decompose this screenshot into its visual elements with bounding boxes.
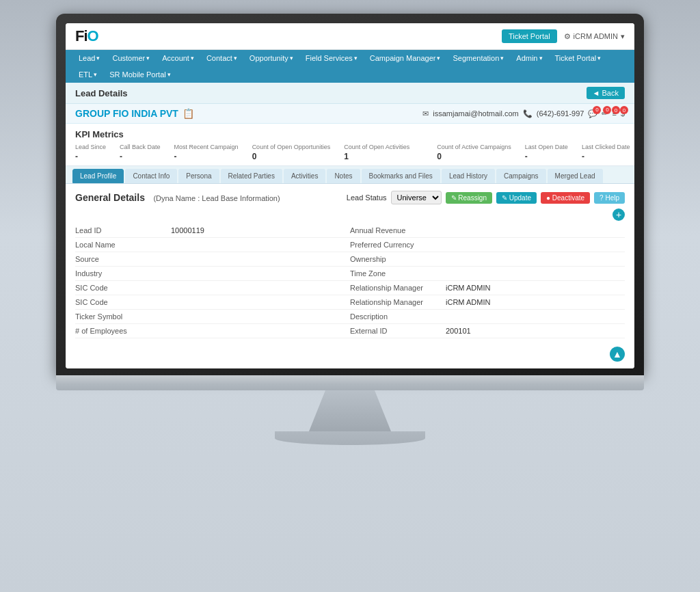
app-logo: FiO xyxy=(75,27,98,45)
nav-bar: Lead ▾ Customer ▾ Account ▾ Contact ▾ Op… xyxy=(66,50,634,83)
tab-notes[interactable]: Notes xyxy=(327,169,360,183)
field-row-preferred-currency: Preferred Currency xyxy=(350,238,625,252)
kpi-most-recent-label: Most Recent Campaign xyxy=(174,144,239,150)
nav-item-campaign-manager[interactable]: Campaign Manager ▾ xyxy=(364,50,447,66)
nav-chevron-lead: ▾ xyxy=(96,55,100,62)
kpi-last-open-date: Last Open Date - xyxy=(525,144,568,161)
nav-item-etl[interactable]: ETL ▾ xyxy=(72,66,103,83)
field-row-source: Source xyxy=(75,252,350,267)
tabs-bar: Lead Profile Contact Info Persona Relate… xyxy=(66,166,634,184)
ticket-portal-header-btn[interactable]: Ticket Portal xyxy=(502,29,557,43)
tab-lead-history[interactable]: Lead History xyxy=(442,169,495,183)
field-label-time-zone: Time Zone xyxy=(350,269,446,278)
scroll-up-button[interactable]: ▲ xyxy=(610,347,625,362)
nav-item-lead[interactable]: Lead ▾ xyxy=(72,50,106,66)
general-details-subtitle: (Dyna Name : Lead Base Information) xyxy=(153,194,280,202)
field-label-annual-revenue: Annual Revenue xyxy=(350,226,446,234)
kpi-title: KPI Metrics xyxy=(75,129,625,139)
nav-item-ticket-portal[interactable]: Ticket Portal ▾ xyxy=(549,50,608,66)
lead-status-select[interactable]: Universe Active Inactive Prospect xyxy=(391,191,442,204)
nav-item-customer[interactable]: Customer ▾ xyxy=(106,50,156,66)
nav-item-contact[interactable]: Contact ▾ xyxy=(200,50,243,66)
kpi-open-activities: Count of Open Activities 1 xyxy=(344,144,409,161)
field-row-ticker-symbol: Ticker Symbol xyxy=(75,310,350,324)
nav-chevron-customer: ▾ xyxy=(146,55,150,62)
general-details-section: General Details (Dyna Name : Lead Base I… xyxy=(66,184,634,368)
kpi-call-back-date: Call Back Date - xyxy=(120,144,161,161)
monitor-chin xyxy=(56,375,644,390)
nav-chevron-sr-mobile-portal: ▾ xyxy=(167,71,171,78)
email-address: issamjamai@hotmail.com xyxy=(433,109,518,118)
field-row-rel-manager-1: Relationship Manager iCRM ADMIN xyxy=(350,281,625,295)
help-button[interactable]: ? Help xyxy=(594,192,625,204)
tab-merged-lead[interactable]: Merged Lead xyxy=(548,169,603,183)
nav-item-segmentation[interactable]: Segmentation ▾ xyxy=(446,50,510,66)
tab-activities[interactable]: Activities xyxy=(284,169,325,183)
kpi-most-recent-campaign: Most Recent Campaign - xyxy=(174,144,239,161)
general-details-title: General Details xyxy=(75,192,145,203)
field-row-time-zone: Time Zone xyxy=(350,267,625,281)
nav-item-account[interactable]: Account ▾ xyxy=(156,50,200,66)
tab-campaigns[interactable]: Campaigns xyxy=(496,169,546,183)
user-name-label: iCRM ADMIN xyxy=(574,32,618,40)
field-label-ticker-symbol: Ticker Symbol xyxy=(75,312,171,321)
email-icon: ✉ xyxy=(422,109,429,118)
nav-item-sr-mobile-portal[interactable]: SR Mobile Portal ▾ xyxy=(103,66,177,83)
nav-item-field-services[interactable]: Field Services ▾ xyxy=(299,50,364,66)
chat-icon-badge: 💬 0 xyxy=(588,109,597,118)
field-row-lead-id: Lead ID 10000119 xyxy=(75,224,350,238)
tab-bookmarks-files[interactable]: Bookmarks and Files xyxy=(362,169,440,183)
phone-icon: 📞 xyxy=(523,109,533,118)
dollar-badge: 0 xyxy=(620,106,628,114)
tab-lead-profile[interactable]: Lead Profile xyxy=(72,169,124,183)
back-button[interactable]: ◄ Back xyxy=(587,87,625,99)
field-value-rel-manager-2: iCRM ADMIN xyxy=(446,298,490,306)
kpi-call-back-value: - xyxy=(120,152,161,161)
nav-chevron-segmentation: ▾ xyxy=(500,55,504,62)
field-label-industry: Industry xyxy=(75,269,171,278)
kpi-lead-since-value: - xyxy=(75,152,106,161)
tab-related-parties[interactable]: Related Parties xyxy=(221,169,282,183)
nav-chevron-etl: ▾ xyxy=(94,71,97,78)
nav-item-opportunity[interactable]: Opportunity ▾ xyxy=(243,50,299,66)
lead-details-title: Lead Details xyxy=(75,88,128,98)
nav-item-admin[interactable]: Admin ▾ xyxy=(510,50,548,66)
nav-chevron-admin: ▾ xyxy=(539,55,543,62)
field-value-lead-id: 10000119 xyxy=(171,226,204,234)
field-value-rel-manager-1: iCRM ADMIN xyxy=(446,284,490,292)
phone-number: (642)-691-997 xyxy=(537,109,584,118)
field-label-external-id: External ID xyxy=(350,327,446,335)
tab-persona[interactable]: Persona xyxy=(178,169,219,183)
kpi-last-open-label: Last Open Date xyxy=(525,144,568,150)
reassign-button[interactable]: ✎ Reassign xyxy=(446,192,492,204)
kpi-active-campaigns-value: 0 xyxy=(437,152,511,161)
field-label-description: Description xyxy=(350,312,446,321)
kpi-last-clicked-value: - xyxy=(582,152,630,161)
dollar-icon-badge: $ 0 xyxy=(621,109,625,118)
field-row-description: Description xyxy=(350,310,625,324)
kpi-last-open-value: - xyxy=(525,152,568,161)
field-row-rel-manager-2: Relationship Manager iCRM ADMIN xyxy=(350,295,625,310)
nav-chevron-campaign-manager: ▾ xyxy=(437,55,440,62)
field-label-lead-id: Lead ID xyxy=(75,226,171,234)
update-button[interactable]: ✎ Update xyxy=(496,192,537,204)
edit-badge: 0 xyxy=(603,106,611,114)
lines-badge: 0 xyxy=(612,106,620,114)
field-label-source: Source xyxy=(75,255,171,263)
tab-contact-info[interactable]: Contact Info xyxy=(125,169,177,183)
field-label-ownership: Ownership xyxy=(350,255,446,263)
field-row-industry: Industry xyxy=(75,267,350,281)
field-label-rel-manager-1: Relationship Manager xyxy=(350,284,446,292)
add-field-button[interactable]: + xyxy=(612,208,625,221)
lead-details-bar: Lead Details ◄ Back xyxy=(66,83,634,104)
field-label-preferred-currency: Preferred Currency xyxy=(350,241,446,249)
nav-chevron-opportunity: ▾ xyxy=(290,55,293,62)
fields-right-col: Annual Revenue Preferred Currency Owners… xyxy=(350,224,625,338)
field-label-local-name: Local Name xyxy=(75,241,171,249)
kpi-open-opps: Count of Open Opportunities 0 xyxy=(252,144,331,161)
kpi-lead-since: Lead Since - xyxy=(75,144,106,161)
deactivate-button[interactable]: ● Deactivate xyxy=(541,192,590,204)
field-row-external-id: External ID 200101 xyxy=(350,324,625,338)
nav-chevron-field-services: ▾ xyxy=(354,55,358,62)
monitor: FiO Ticket Portal ⚙ iCRM ADMIN ▾ Lead ▾ xyxy=(56,14,644,445)
